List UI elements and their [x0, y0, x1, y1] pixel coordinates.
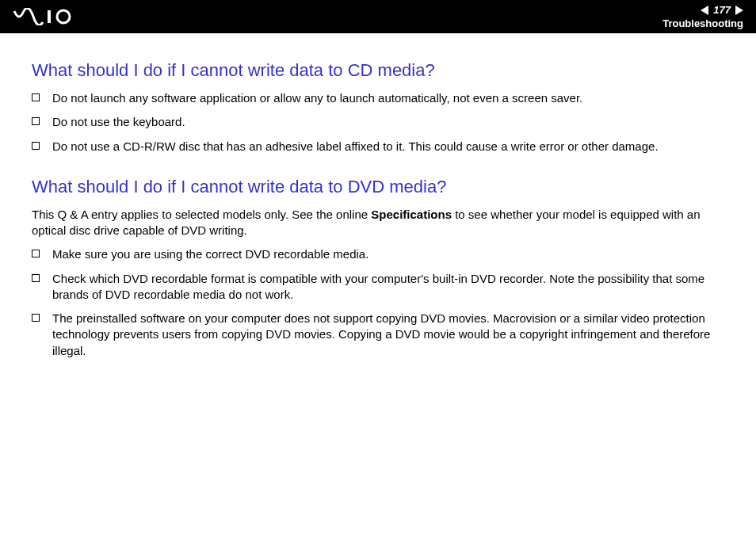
section-name: Troubleshooting — [662, 17, 743, 29]
page-number-row: 177 — [701, 4, 743, 16]
intro-before: This Q & A entry applies to selected mod… — [32, 208, 371, 221]
bullet-list-cd: Do not launch any software application o… — [32, 90, 734, 154]
bullet-marker-icon — [32, 314, 40, 322]
intro-paragraph: This Q & A entry applies to selected mod… — [32, 207, 734, 239]
content-area: What should I do if I cannot write data … — [0, 33, 756, 383]
list-item: Do not launch any software application o… — [32, 90, 734, 106]
bullet-text: Make sure you are using the correct DVD … — [52, 246, 734, 262]
list-item: Check which DVD recordable format is com… — [32, 271, 734, 303]
svg-rect-0 — [48, 10, 51, 23]
bullet-text: Check which DVD recordable format is com… — [52, 271, 734, 303]
bullet-text: Do not use the keyboard. — [52, 114, 734, 130]
header-bar: 177 Troubleshooting — [0, 0, 756, 33]
bullet-list-dvd: Make sure you are using the correct DVD … — [32, 246, 734, 359]
bullet-marker-icon — [32, 142, 40, 150]
bullet-marker-icon — [32, 117, 40, 125]
bullet-marker-icon — [32, 250, 40, 257]
intro-bold: Specifications — [371, 208, 452, 221]
list-item: Do not use a CD-R/RW disc that has an ad… — [32, 139, 734, 154]
vaio-logo — [13, 8, 84, 25]
list-item: Make sure you are using the correct DVD … — [32, 246, 734, 262]
list-item: The preinstalled software on your comput… — [32, 311, 734, 359]
bullet-text: The preinstalled software on your comput… — [52, 311, 734, 359]
heading-cd: What should I do if I cannot write data … — [32, 60, 734, 81]
svg-point-1 — [57, 10, 70, 23]
bullet-text: Do not launch any software application o… — [52, 90, 734, 106]
list-item: Do not use the keyboard. — [32, 114, 734, 130]
page-number: 177 — [710, 4, 734, 16]
bullet-text: Do not use a CD-R/RW disc that has an ad… — [52, 139, 734, 154]
heading-dvd: What should I do if I cannot write data … — [32, 177, 734, 197]
bullet-marker-icon — [32, 93, 40, 101]
nav-prev-icon[interactable] — [701, 6, 708, 15]
nav-next-icon[interactable] — [735, 6, 743, 15]
bullet-marker-icon — [32, 274, 40, 282]
page-nav: 177 Troubleshooting — [662, 4, 743, 29]
